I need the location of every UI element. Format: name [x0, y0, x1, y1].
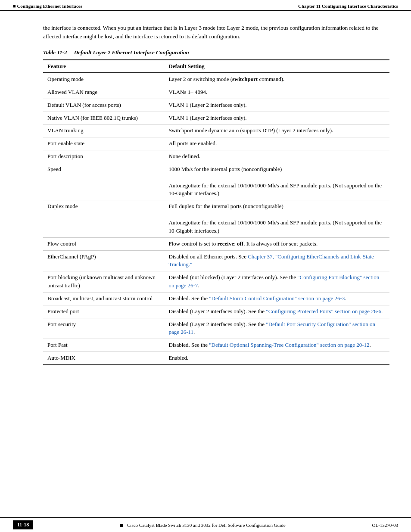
table-row: Auto-MDIX Enabled.: [43, 352, 389, 365]
table-row: Broadcast, multicast, and unicast storm …: [43, 292, 389, 305]
table-row: Protected port Disabled (Layer 2 interfa…: [43, 305, 389, 318]
page-footer: 11-18 Cisco Catalyst Blade Switch 3130 a…: [0, 517, 411, 532]
feature-cell: Port Fast: [43, 339, 164, 352]
table-row: Default VLAN (for access ports) VLAN 1 (…: [43, 99, 389, 112]
footer-center-text: Cisco Catalyst Blade Switch 3130 and 303…: [33, 523, 372, 528]
header-left: ■ Configuring Ethernet Interfaces: [13, 3, 82, 9]
protected-port-link[interactable]: "Configuring Protected Ports" section on…: [266, 308, 381, 314]
header-right: Chapter 11 Configuring Interface Charact…: [298, 3, 398, 9]
page-header: ■ Configuring Ethernet Interfaces Chapte…: [0, 0, 411, 11]
setting-cell: Enabled.: [164, 352, 389, 365]
config-table: Feature Default Setting Operating mode L…: [43, 59, 389, 365]
feature-cell: Protected port: [43, 305, 164, 318]
feature-cell: EtherChannel (PAgP): [43, 250, 164, 271]
feature-cell: Broadcast, multicast, and unicast storm …: [43, 292, 164, 305]
feature-cell: Auto-MDIX: [43, 352, 164, 365]
table-title: Table 11-2 Default Layer 2 Ethernet Inte…: [43, 49, 389, 56]
table-row: Port security Disabled (Layer 2 interfac…: [43, 318, 389, 339]
page-number: 11-18: [13, 520, 33, 529]
feature-cell: Port blocking (unknown multicast and unk…: [43, 271, 164, 292]
table-description: Default Layer 2 Ethernet Interface Confi…: [74, 49, 189, 56]
intro-paragraph: the interface is connected. When you put…: [43, 24, 389, 40]
col-feature-header: Feature: [43, 60, 164, 73]
table-row: Port description None defined.: [43, 150, 389, 163]
table-row: Native VLAN (for IEEE 802.1Q trunks) VLA…: [43, 112, 389, 124]
page: ■ Configuring Ethernet Interfaces Chapte…: [0, 0, 411, 532]
table-row: Port enable state All ports are enabled.: [43, 137, 389, 150]
setting-cell: None defined.: [164, 150, 389, 163]
bold-receive: receive: [217, 240, 234, 247]
setting-cell: Flow control is set to receive: off. It …: [164, 237, 389, 250]
table-row: Flow control Flow control is set to rece…: [43, 237, 389, 250]
setting-cell: Layer 2 or switching mode (switchport co…: [164, 73, 389, 86]
table-row: Duplex mode Full duplex for the internal…: [43, 200, 389, 237]
feature-cell: Operating mode: [43, 73, 164, 86]
setting-cell: VLAN 1 (Layer 2 interfaces only).: [164, 112, 389, 124]
setting-cell: Disabled on all Ethernet ports. See Chap…: [164, 250, 389, 271]
etherchannel-link[interactable]: Chapter 37, "Configuring EtherChannels a…: [168, 253, 374, 268]
feature-cell: Speed: [43, 163, 164, 200]
feature-cell: Default VLAN (for access ports): [43, 99, 164, 112]
setting-cell: 1000 Mb/s for the internal ports (noncon…: [164, 163, 389, 200]
bullet-icon: [120, 524, 123, 527]
feature-cell: Port description: [43, 150, 164, 163]
table-row: Operating mode Layer 2 or switching mode…: [43, 73, 389, 86]
bold-switchport: switchport: [232, 76, 258, 82]
feature-cell: VLAN trunking: [43, 124, 164, 137]
setting-cell: Disabled (Layer 2 interfaces only). See …: [164, 305, 389, 318]
port-blocking-link[interactable]: "Configuring Port Blocking" section on p…: [168, 274, 379, 289]
port-fast-link[interactable]: "Default Optional Spanning-Tree Configur…: [209, 342, 369, 348]
feature-cell: Port security: [43, 318, 164, 339]
table-row: Port blocking (unknown multicast and unk…: [43, 271, 389, 292]
port-security-link[interactable]: "Default Port Security Configuration" se…: [168, 321, 375, 336]
setting-cell: Disabled. See the "Default Storm Control…: [164, 292, 389, 305]
setting-cell: All ports are enabled.: [164, 137, 389, 150]
setting-cell: VLANs 1– 4094.: [164, 86, 389, 99]
table-row: VLAN trunking Switchport mode dynamic au…: [43, 124, 389, 137]
feature-cell: Allowed VLAN range: [43, 86, 164, 99]
setting-cell: VLAN 1 (Layer 2 interfaces only).: [164, 99, 389, 112]
footer-doc-id: OL-13270-03: [372, 523, 399, 528]
feature-cell: Duplex mode: [43, 200, 164, 237]
table-row: Speed 1000 Mb/s for the internal ports (…: [43, 163, 389, 200]
setting-cell: Full duplex for the internal ports (nonc…: [164, 200, 389, 237]
table-row: Allowed VLAN range VLANs 1– 4094.: [43, 86, 389, 99]
table-row: Port Fast Disabled. See the "Default Opt…: [43, 339, 389, 352]
setting-cell: Disabled (Layer 2 interfaces only). See …: [164, 318, 389, 339]
feature-cell: Port enable state: [43, 137, 164, 150]
storm-control-link[interactable]: "Default Storm Control Configuration" se…: [209, 295, 345, 302]
col-setting-header: Default Setting: [164, 60, 389, 73]
main-content: the interface is connected. When you put…: [0, 15, 411, 391]
bold-off: off: [237, 240, 243, 247]
table-header-row: Feature Default Setting: [43, 60, 389, 73]
table-number: Table 11-2: [43, 49, 67, 56]
feature-cell: Flow control: [43, 237, 164, 250]
feature-cell: Native VLAN (for IEEE 802.1Q trunks): [43, 112, 164, 124]
setting-cell: Disabled. See the "Default Optional Span…: [164, 339, 389, 352]
setting-cell: Switchport mode dynamic auto (supports D…: [164, 124, 389, 137]
table-row: EtherChannel (PAgP) Disabled on all Ethe…: [43, 250, 389, 271]
setting-cell: Disabled (not blocked) (Layer 2 interfac…: [164, 271, 389, 292]
